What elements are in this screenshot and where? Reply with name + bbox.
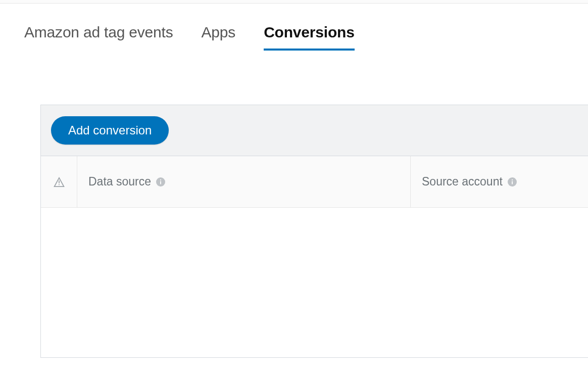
page-top-border [0, 0, 588, 4]
add-conversion-button[interactable]: Add conversion [51, 116, 169, 145]
column-source-account[interactable]: Source account [411, 156, 588, 207]
tab-amazon-ad-tag-events[interactable]: Amazon ad tag events [24, 24, 173, 50]
table-body [41, 208, 588, 357]
conversions-panel: Add conversion Data source Source accoun… [40, 105, 588, 358]
svg-rect-4 [512, 179, 513, 180]
info-icon[interactable] [508, 177, 517, 186]
column-warning [41, 156, 77, 207]
column-source-account-label: Source account [422, 175, 503, 189]
svg-rect-1 [160, 179, 161, 180]
panel-toolbar: Add conversion [41, 105, 588, 156]
info-icon[interactable] [156, 177, 165, 186]
tab-apps[interactable]: Apps [202, 24, 236, 50]
svg-rect-2 [160, 181, 161, 184]
table-header-row: Data source Source account [41, 156, 588, 208]
column-data-source[interactable]: Data source [77, 156, 411, 207]
tab-conversions[interactable]: Conversions [264, 24, 355, 50]
svg-rect-5 [512, 181, 513, 184]
column-data-source-label: Data source [88, 175, 151, 189]
tabs-container: Amazon ad tag events Apps Conversions [0, 4, 588, 50]
warning-icon [54, 177, 65, 187]
